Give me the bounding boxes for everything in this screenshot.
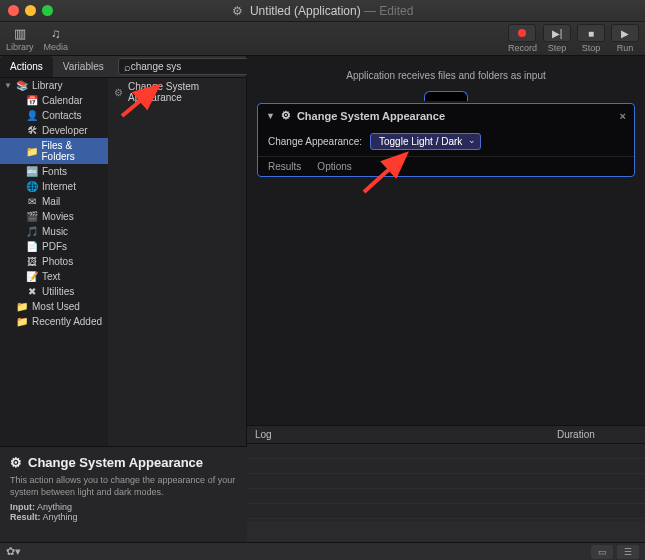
desc-title: Change System Appearance [28, 455, 203, 470]
sidebar-item-internet[interactable]: 🌐Internet [0, 179, 108, 194]
sidebar-item-label: Files & Folders [42, 140, 105, 162]
sidebar-item-text[interactable]: 📝Text [0, 269, 108, 284]
titlebar: ⚙︎ Untitled (Application) — Edited [0, 0, 645, 22]
sidebar-item-label: Music [42, 226, 68, 237]
desc-result-key: Result: [10, 512, 41, 522]
sidebar-item-label: Internet [42, 181, 76, 192]
folder-icon: 🌐 [26, 181, 38, 192]
run-icon: ▶ [621, 28, 629, 39]
sidebar-item-label: Contacts [42, 110, 81, 121]
step-label: Step [548, 43, 567, 53]
workflow-input-hint: Application receives files and folders a… [247, 56, 645, 91]
sidebar-item-label: Text [42, 271, 60, 282]
workflow-canvas[interactable]: Application receives files and folders a… [247, 56, 645, 521]
log-column-header: Log [255, 429, 557, 440]
folder-icon: 📅 [26, 95, 38, 106]
folder-icon: 📁 [26, 146, 38, 157]
sidebar-most-used[interactable]: 📁Most Used [0, 299, 108, 314]
stop-label: Stop [582, 43, 601, 53]
footer-gear-icon[interactable]: ✿▾ [6, 545, 21, 558]
folder-icon: 🎵 [26, 226, 38, 237]
folder-icon: ✖ [26, 286, 38, 297]
action-title: Change System Appearance [297, 110, 445, 122]
sidebar-item-label: PDFs [42, 241, 67, 252]
record-label: Record [508, 43, 537, 53]
search-icon: ⌕ [124, 61, 131, 73]
folder-icon: 🛠 [26, 125, 38, 136]
tab-variables[interactable]: Variables [53, 56, 114, 77]
minimize-button[interactable] [25, 5, 36, 16]
footer-bar: ✿▾ ▭ ☰ [0, 542, 645, 560]
step-button[interactable]: ▶|Step [543, 24, 571, 53]
log-rows [247, 444, 645, 519]
remove-action-button[interactable]: × [620, 110, 626, 122]
folder-icon: 📝 [26, 271, 38, 282]
sidebar-item-movies[interactable]: 🎬Movies [0, 209, 108, 224]
run-label: Run [617, 43, 634, 53]
sidebar-item-developer[interactable]: 🛠Developer [0, 123, 108, 138]
action-tab-results[interactable]: Results [268, 161, 301, 172]
media-toolbar-item[interactable]: ♫ Media [44, 26, 69, 52]
zoom-button[interactable] [42, 5, 53, 16]
traffic-lights [8, 5, 53, 16]
footer-view-1[interactable]: ▭ [591, 545, 613, 559]
sidebar-item-mail[interactable]: ✉Mail [0, 194, 108, 209]
sidebar-item-label: Developer [42, 125, 88, 136]
stop-icon: ■ [588, 28, 594, 39]
desc-gear-icon: ⚙︎ [10, 455, 22, 470]
search-input[interactable] [131, 61, 258, 72]
folder-icon: 👤 [26, 110, 38, 121]
workflow-action-icon: ⚙︎ [114, 87, 123, 98]
stop-button[interactable]: ■Stop [577, 24, 605, 53]
sidebar-item-music[interactable]: 🎵Music [0, 224, 108, 239]
result-change-system-appearance[interactable]: ⚙︎ Change System Appearance [108, 78, 246, 106]
sidebar-recently-added[interactable]: 📁Recently Added [0, 314, 108, 329]
tab-actions[interactable]: Actions [0, 56, 53, 77]
media-icon: ♫ [45, 26, 67, 42]
toolbar: ▥ Library ♫ Media Record ▶|Step ■Stop ▶R… [0, 22, 645, 56]
run-button[interactable]: ▶Run [611, 24, 639, 53]
folder-icon: 🎬 [26, 211, 38, 222]
sidebar-item-pdfs[interactable]: 📄PDFs [0, 239, 108, 254]
sidebar-root-library[interactable]: ▼📚Library [0, 78, 108, 93]
result-label: Change System Appearance [128, 81, 240, 103]
footer-view-2[interactable]: ☰ [617, 545, 639, 559]
sidebar-item-label: Calendar [42, 95, 83, 106]
library-label: Library [6, 42, 34, 52]
app-icon: ⚙︎ [232, 4, 243, 18]
title-suffix: — Edited [361, 4, 414, 18]
step-icon: ▶| [552, 28, 563, 39]
desc-input-key: Input: [10, 502, 35, 512]
sidebar-item-files-folders[interactable]: 📁Files & Folders [0, 138, 108, 164]
sidebar-item-label: Utilities [42, 286, 74, 297]
description-panel: ⚙︎Change System Appearance This action a… [0, 446, 247, 542]
window-title: ⚙︎ Untitled (Application) — Edited [0, 4, 645, 18]
library-toolbar-item[interactable]: ▥ Library [6, 26, 34, 52]
appearance-dropdown[interactable]: Toggle Light / Dark [370, 133, 481, 150]
folder-icon: 📄 [26, 241, 38, 252]
sidebar-item-label: Movies [42, 211, 74, 222]
record-button[interactable]: Record [508, 24, 537, 53]
desc-body: This action allows you to change the app… [10, 475, 237, 498]
folder-icon: 🔤 [26, 166, 38, 177]
action-change-system-appearance[interactable]: ▼ ⚙︎ Change System Appearance × Change A… [257, 103, 635, 177]
record-icon [518, 29, 526, 37]
sidebar-item-utilities[interactable]: ✖Utilities [0, 284, 108, 299]
folder-icon: 🖼 [26, 256, 38, 267]
sidebar-item-label: Photos [42, 256, 73, 267]
action-gear-icon: ⚙︎ [281, 109, 291, 122]
action-tab-options[interactable]: Options [317, 161, 351, 172]
library-icon: ▥ [9, 26, 31, 42]
disclosure-triangle-icon[interactable]: ▼ [266, 111, 275, 121]
duration-column-header: Duration [557, 429, 637, 440]
sidebar-item-calendar[interactable]: 📅Calendar [0, 93, 108, 108]
action-connector [247, 91, 645, 103]
close-button[interactable] [8, 5, 19, 16]
title-text: Untitled (Application) [250, 4, 361, 18]
sidebar-item-photos[interactable]: 🖼Photos [0, 254, 108, 269]
sidebar-item-fonts[interactable]: 🔤Fonts [0, 164, 108, 179]
sidebar-item-contacts[interactable]: 👤Contacts [0, 108, 108, 123]
sidebar-item-label: Fonts [42, 166, 67, 177]
desc-input-val: Anything [37, 502, 72, 512]
media-label: Media [44, 42, 69, 52]
